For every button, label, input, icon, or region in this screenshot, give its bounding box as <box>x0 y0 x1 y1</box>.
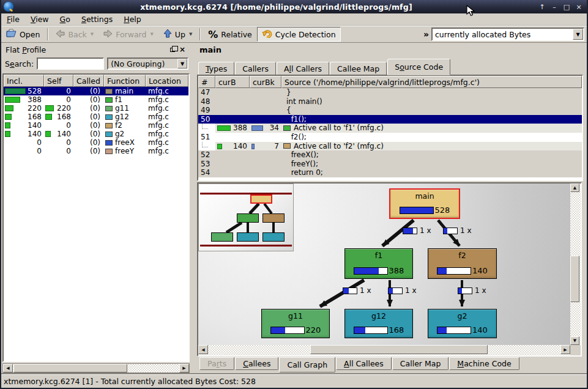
curbk-bar <box>251 144 255 149</box>
scroll-down-icon[interactable]: ▼ <box>570 336 579 345</box>
graph-node-f1[interactable]: f1 388 <box>344 248 413 279</box>
back-dropdown-icon[interactable]: ▼ <box>91 32 94 37</box>
table-row-f2[interactable]: 140 0 (0) f2 mfg.c <box>4 121 188 130</box>
source-line[interactable]: 51 f2(); <box>198 133 582 142</box>
up-dropdown-icon[interactable]: ▼ <box>189 32 192 37</box>
table-row-f1[interactable]: 388 0 (0) f1 mfg.c <box>4 95 188 104</box>
flat-profile-header: Flat Profile × <box>2 44 190 55</box>
column-function[interactable]: Function <box>104 75 146 87</box>
graph-node-main[interactable]: main 528 <box>389 188 460 219</box>
menu-settings[interactable]: Settings <box>76 13 118 25</box>
source-call-annotation[interactable]: 388 34 Active call to 'f1' (mfg.c) <box>198 124 582 133</box>
forward-dropdown-icon[interactable]: ▼ <box>150 32 153 37</box>
scrollbar-thumb[interactable] <box>13 364 127 372</box>
tab-machine-code[interactable]: Machine Code <box>449 357 519 370</box>
column-curb[interactable]: curB <box>215 76 250 88</box>
cost-bar <box>437 327 471 334</box>
function-color-swatch <box>105 132 113 137</box>
graph-node-g2[interactable]: g2 140 <box>428 309 497 338</box>
source-columns: # curB curBk Source ('/home/philippe/val… <box>198 76 582 88</box>
search-input[interactable] <box>37 57 104 70</box>
incl-bar <box>5 105 13 111</box>
menu-help[interactable]: Help <box>118 13 147 25</box>
source-line[interactable]: 52 freeX(); <box>198 150 582 160</box>
cycle-detection-icon <box>262 29 272 40</box>
table-row-main[interactable]: 528 0 (0) main mfg.c <box>4 87 188 95</box>
source-call-annotation[interactable]: 140 7 Active call to 'f2' (mfg.c) <box>198 142 582 151</box>
graph-node-f2[interactable]: f2 140 <box>428 248 497 279</box>
table-row-freeX[interactable]: 0 0 (0) freeX mfg.c <box>4 138 188 147</box>
tab-callee-map[interactable]: Callee Map <box>330 62 387 75</box>
shade-button[interactable]: ↑ <box>537 2 548 12</box>
scroll-right-icon[interactable]: ▶ <box>560 345 570 354</box>
tab-call-graph[interactable]: Call Graph <box>279 357 335 372</box>
event-type-dropdown-icon[interactable]: ▼ <box>573 29 583 40</box>
column-incl[interactable]: Incl. <box>4 75 44 87</box>
grouping-select[interactable]: (No Grouping) ▼ <box>107 57 188 70</box>
tab-types[interactable]: Types <box>198 62 234 75</box>
tab-all-callees[interactable]: All Callees <box>336 357 392 370</box>
scrollbar-thumb[interactable] <box>310 345 488 354</box>
scroll-right-icon[interactable]: ▶ <box>179 364 189 372</box>
source-line[interactable]: 53 freeY(); <box>198 160 582 169</box>
tab-parts[interactable]: Parts <box>199 357 234 370</box>
column-source[interactable]: Source ('/home/philippe/valgrind/littlep… <box>281 76 582 88</box>
open-button[interactable]: Open <box>1 27 45 42</box>
column-called[interactable]: Called <box>73 75 104 87</box>
back-button[interactable]: Back ▼ <box>51 27 99 42</box>
relative-toggle-button[interactable]: % Relative <box>203 27 256 42</box>
minimize-button[interactable]: – <box>549 2 560 12</box>
graph-hscrollbar[interactable]: ◀ ▶ <box>198 345 570 355</box>
titlebar[interactable]: xtmemory.kcg.6274 [/home/philippe/valgri… <box>1 0 587 13</box>
source-line-selected[interactable]: 50 f1(); <box>198 115 582 124</box>
call-graph-canvas[interactable]: main 528 f1 388 f2 140 g11 220 g12 168 g… <box>198 183 570 345</box>
panel-splitter[interactable] <box>191 43 196 373</box>
column-curbk[interactable]: curBk <box>250 76 281 88</box>
up-button[interactable]: Up ▼ <box>158 27 197 42</box>
column-self[interactable]: Self <box>44 75 73 87</box>
incl-bar <box>5 88 26 94</box>
source-line[interactable]: 49{ <box>198 106 582 115</box>
column-location[interactable]: Location <box>146 75 188 87</box>
overview-node-g11 <box>211 232 233 242</box>
tab-caller-map[interactable]: Caller Map <box>392 357 449 370</box>
source-line[interactable]: 47} <box>198 88 582 97</box>
menu-go[interactable]: Go <box>54 13 76 25</box>
close-button[interactable]: × <box>573 2 584 12</box>
table-row-g2[interactable]: 140 140 (0) g2 mfg.c <box>4 130 188 138</box>
source-code-table: # curB curBk Source ('/home/philippe/val… <box>197 75 583 181</box>
table-row-g11[interactable]: 220 220 (0) g11 mfg.c <box>4 104 188 113</box>
scroll-left-icon[interactable]: ◀ <box>198 345 208 354</box>
tab-callers[interactable]: Callers <box>235 62 276 75</box>
bottom-view-tabs: Parts Callees Call Graph All Callees Cal… <box>199 357 520 373</box>
incl-bar <box>5 122 10 128</box>
flat-profile-hscrollbar[interactable]: ◀ ▶ <box>2 363 190 373</box>
scrollbar-thumb[interactable] <box>570 256 579 302</box>
column-line-number[interactable]: # <box>198 76 215 88</box>
overview-node-g12 <box>237 232 259 242</box>
graph-vscrollbar[interactable]: ▲ ▼ <box>570 183 581 345</box>
maximize-button[interactable]: □ <box>561 2 572 12</box>
dock-float-icon[interactable] <box>169 46 177 53</box>
event-type-select[interactable]: currently allocated Bytes ▼ <box>431 28 584 41</box>
scroll-up-icon[interactable]: ▲ <box>570 183 579 192</box>
source-line[interactable]: 54 return 0; <box>198 168 582 177</box>
grouping-dropdown-icon[interactable]: ▼ <box>177 59 187 69</box>
scroll-left-icon[interactable]: ◀ <box>3 364 13 372</box>
graph-overview-map[interactable] <box>198 183 294 251</box>
toolbar-overflow-icon[interactable]: » <box>423 29 429 39</box>
dock-close-icon[interactable]: × <box>179 46 187 53</box>
table-row-g12[interactable]: 168 168 (0) g12 mfg.c <box>4 113 188 121</box>
graph-node-g11[interactable]: g11 220 <box>261 309 330 338</box>
table-row-freeY[interactable]: 0 0 (0) freeY mfg.c <box>4 147 188 155</box>
tab-callees[interactable]: Callees <box>235 357 278 370</box>
menu-view[interactable]: View <box>25 13 54 25</box>
menu-file[interactable]: File <box>1 13 25 25</box>
tree-branch-icon <box>202 142 208 147</box>
tab-all-callers[interactable]: All Callers <box>277 62 329 75</box>
forward-button[interactable]: Forward ▼ <box>99 27 158 42</box>
source-line[interactable]: 48int main() <box>198 97 582 106</box>
tab-source-code[interactable]: Source Code <box>387 59 450 75</box>
cycle-detection-toggle-button[interactable]: Cycle Detection <box>257 27 341 42</box>
graph-node-g12[interactable]: g12 168 <box>344 309 413 338</box>
